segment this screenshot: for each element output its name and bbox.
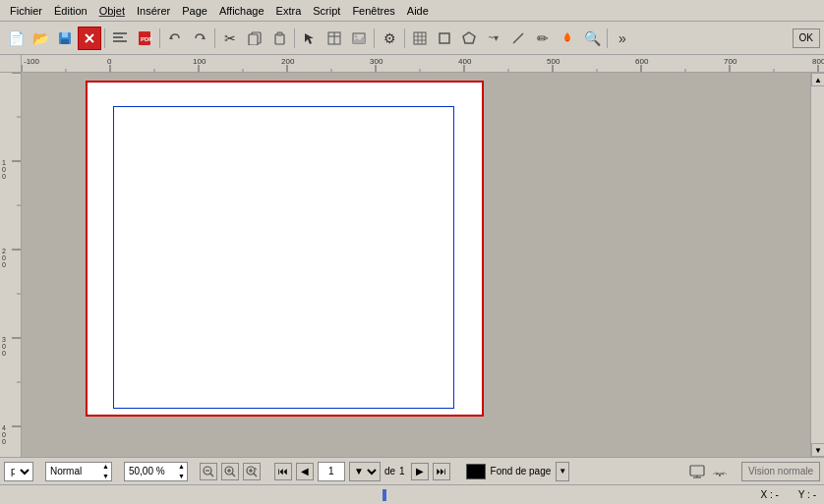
redo-button[interactable] xyxy=(188,27,211,50)
svg-line-92 xyxy=(254,474,257,476)
scrollbar-vertical[interactable]: ▲ ▼ xyxy=(810,73,824,457)
page-first-btn[interactable]: ⏮ xyxy=(274,463,292,480)
ok-button[interactable]: OK xyxy=(793,28,820,48)
svg-text:0: 0 xyxy=(2,350,6,357)
svg-marker-16 xyxy=(305,33,314,44)
rect-button[interactable] xyxy=(433,27,456,50)
canvas-area[interactable]: ▲ ▼ xyxy=(22,73,824,457)
svg-rect-30 xyxy=(22,55,824,72)
zoom-button[interactable]: 🔍 xyxy=(580,27,604,50)
save-button[interactable] xyxy=(53,27,77,50)
line-button[interactable] xyxy=(506,27,530,50)
monitor-icon-btn[interactable] xyxy=(687,463,707,480)
paste-button[interactable] xyxy=(267,27,291,50)
unit-selector[interactable]: pt mm cm in xyxy=(4,462,33,481)
close-button[interactable] xyxy=(78,27,101,50)
table-button[interactable] xyxy=(323,27,346,50)
svg-rect-96 xyxy=(690,466,704,476)
svg-rect-7 xyxy=(113,40,127,42)
menu-edition[interactable]: Édition xyxy=(48,3,93,19)
coord-x-label: X : - xyxy=(761,489,779,500)
image-button[interactable] xyxy=(347,27,371,50)
menu-objet[interactable]: Objet xyxy=(93,3,131,19)
sep6 xyxy=(404,28,405,48)
svg-line-29 xyxy=(513,33,523,43)
zoom-value-box: 50,00 % ▲ ▼ xyxy=(124,462,188,481)
svg-text:3: 3 xyxy=(2,336,6,343)
svg-rect-22 xyxy=(414,32,426,44)
svg-point-21 xyxy=(355,34,358,37)
svg-text:200: 200 xyxy=(281,57,295,66)
page-prev-btn[interactable]: ◀ xyxy=(296,463,314,480)
properties-button[interactable] xyxy=(108,27,132,50)
menu-page[interactable]: Page xyxy=(176,3,213,19)
style-selector: Normal ▲ ▼ xyxy=(45,462,112,481)
menu-fenetres[interactable]: Fenêtres xyxy=(346,3,400,19)
page-total: 1 xyxy=(399,466,405,476)
page-last-btn[interactable]: ⏭ xyxy=(433,463,450,480)
new-button[interactable]: 📄 xyxy=(4,27,28,50)
style-arrows[interactable]: ▲ ▼ xyxy=(102,462,109,481)
page-next-btn[interactable]: ▶ xyxy=(411,463,429,480)
svg-rect-5 xyxy=(113,32,127,34)
zoom-out-btn[interactable] xyxy=(200,463,217,480)
svg-text:400: 400 xyxy=(458,57,472,66)
svg-rect-27 xyxy=(440,33,449,43)
zoom-in-btn[interactable] xyxy=(221,463,239,480)
svg-line-85 xyxy=(210,474,213,476)
menu-extra[interactable]: Extra xyxy=(270,3,308,19)
color-swatch[interactable] xyxy=(466,464,486,479)
color-label: Fond de page xyxy=(488,466,555,476)
wireless-icon-btn[interactable] xyxy=(710,463,730,480)
ruler-top: -100 0 100 200 300 400 xyxy=(22,55,824,72)
undo-button[interactable] xyxy=(163,27,187,50)
page-input[interactable] xyxy=(318,462,345,481)
svg-text:300: 300 xyxy=(370,57,383,66)
svg-text:2: 2 xyxy=(2,248,6,254)
zoom-value: 50,00 % xyxy=(127,466,178,476)
menu-affichage[interactable]: Affichage xyxy=(213,3,270,19)
zoom-arrows[interactable]: ▲ ▼ xyxy=(178,462,185,481)
polygon-button[interactable] xyxy=(457,27,481,50)
vision-normale-btn[interactable]: Vision normale xyxy=(741,462,820,481)
svg-text:600: 600 xyxy=(635,57,649,66)
sep4 xyxy=(294,28,295,48)
sep2 xyxy=(159,28,160,48)
bottom-bar: X : - Y : - xyxy=(0,484,824,504)
scrollbar-down-btn[interactable]: ▼ xyxy=(811,443,824,457)
svg-text:500: 500 xyxy=(547,57,560,66)
svg-text:4: 4 xyxy=(2,424,6,431)
zoom-custom-btn[interactable] xyxy=(243,463,261,480)
toolbar: 📄 📂 PDF ✂ ⚙ ~▾ xyxy=(0,22,824,55)
gear-button[interactable]: ⚙ xyxy=(378,27,401,50)
sep5 xyxy=(374,28,375,48)
color-dropdown-btn[interactable]: ▼ xyxy=(556,462,569,481)
select-button[interactable] xyxy=(298,27,322,50)
menu-inserer[interactable]: Insérer xyxy=(131,3,176,19)
menu-script[interactable]: Script xyxy=(307,3,346,19)
svg-text:0: 0 xyxy=(2,254,6,261)
scrollbar-up-btn[interactable]: ▲ xyxy=(811,73,824,86)
coords-area: X : - Y : - xyxy=(761,489,817,500)
color-button[interactable] xyxy=(556,27,579,50)
page-select[interactable]: ▼ xyxy=(349,462,381,481)
copy-button[interactable] xyxy=(243,27,266,50)
ruler-top-svg: -100 0 100 200 300 400 xyxy=(22,55,824,72)
svg-text:0: 0 xyxy=(107,57,112,66)
sep3 xyxy=(214,28,215,48)
page-red-border xyxy=(86,81,484,417)
color-area: Fond de page ▼ xyxy=(466,462,570,481)
svg-rect-2 xyxy=(61,39,69,44)
menu-aide[interactable]: Aide xyxy=(401,3,435,19)
pdf-button[interactable]: PDF xyxy=(133,27,156,50)
more-button[interactable]: » xyxy=(611,27,634,50)
menu-fichier[interactable]: Fichier xyxy=(4,3,48,19)
pencil-button[interactable]: ✏ xyxy=(531,27,555,50)
open-button[interactable]: 📂 xyxy=(29,27,52,50)
svg-marker-28 xyxy=(463,32,475,43)
svg-text:800: 800 xyxy=(812,57,824,66)
cut-button[interactable]: ✂ xyxy=(218,27,242,50)
grid-button[interactable] xyxy=(408,27,432,50)
svg-rect-13 xyxy=(249,34,258,45)
bezier-btn[interactable]: ~▾ xyxy=(482,27,505,50)
